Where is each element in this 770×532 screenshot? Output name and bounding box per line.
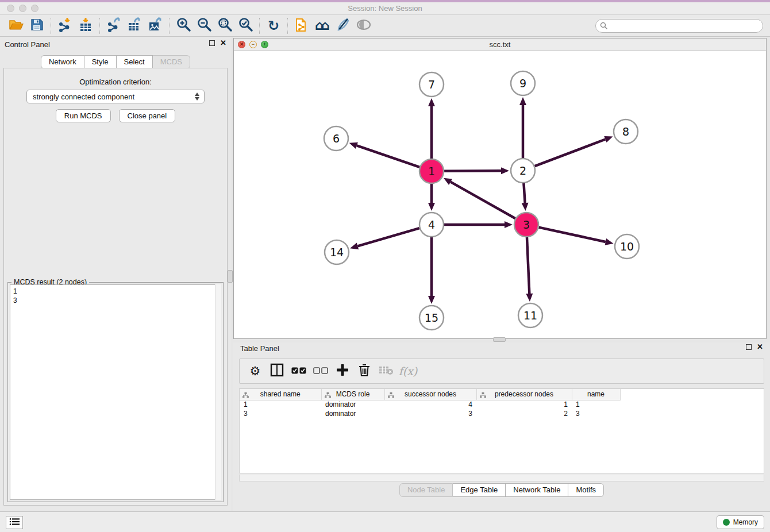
tab-node-table[interactable]: Node Table [399,483,453,497]
tab-select[interactable]: Select [117,55,153,69]
close-panel-icon[interactable]: ✕ [220,40,226,46]
cell-successor-nodes[interactable]: 4 [384,400,476,409]
search-input[interactable] [595,19,763,33]
delete-table-button[interactable] [376,361,396,381]
network-canvas-svg: 1234678910111415 [234,51,766,338]
table-horizontal-scrollbar[interactable] [239,475,764,481]
table-options-button[interactable]: ⚙ [245,361,265,381]
splitter-grip-vertical[interactable] [228,270,233,283]
graph-edge[interactable] [527,237,529,294]
graph-edge[interactable] [357,145,419,167]
column-header-shared-name[interactable]: shared name [240,389,321,400]
task-history-button[interactable] [6,516,23,529]
cell-shared-name[interactable]: 3 [240,409,321,418]
export-table-button[interactable] [124,17,145,35]
table-panel-header: Table Panel ✕ [240,344,763,354]
import-network-icon [57,17,72,34]
splitter-grip-horizontal[interactable] [493,337,506,342]
network-view-window: ✕ − + scc.txt 1234678910111415 [233,38,767,339]
graph-edge[interactable] [357,228,419,246]
graph-edge-arrowhead [428,98,435,106]
toolbar-separator [99,18,100,34]
column-header-name[interactable]: name [572,389,620,400]
tab-network-table[interactable]: Network Table [506,483,568,497]
cell-name[interactable]: 3 [572,409,620,418]
export-image-button[interactable] [145,17,165,35]
cell-successor-nodes[interactable]: 3 [384,409,476,418]
zoom-in-button[interactable] [173,17,194,35]
zoom-selected-button[interactable] [235,17,256,35]
main-toolbar: ↻ ⌂⌂ [0,15,770,37]
table-tabs: Node Table Edge Table Network Table Moti… [233,483,770,497]
mcds-result-text[interactable]: 1 3 [10,284,221,500]
save-session-button[interactable] [26,17,47,35]
search-field [595,19,763,33]
optimization-criterion-select[interactable]: strongly connected component [26,90,205,103]
network-window-titlebar[interactable]: ✕ − + scc.txt [234,38,766,51]
zoom-fit-button[interactable] [214,17,235,35]
titlebar: Session: New Session [0,2,770,15]
graph-node-label: 3 [523,218,530,231]
node-table[interactable]: shared name MCDS role successor nodes pr… [239,388,764,473]
graph-edge-arrowhead [505,221,513,228]
tab-mcds[interactable]: MCDS [153,55,190,69]
result-scrollbar[interactable] [215,284,221,500]
column-header-mcds-role[interactable]: MCDS role [321,389,384,400]
column-header-successor-nodes[interactable]: successor nodes [384,389,476,400]
mcds-tab-content: Optimization criterion: strongly connect… [3,68,228,506]
graph-node-label: 10 [620,240,634,253]
show-columns-button[interactable] [267,361,287,381]
memory-status-icon [723,519,730,526]
graph-edge-arrowhead [350,243,359,250]
tab-style[interactable]: Style [84,55,117,69]
select-all-icon [291,366,306,376]
network-canvas[interactable]: 1234678910111415 [234,51,766,338]
graph-edge[interactable] [538,228,605,242]
table-row[interactable]: 1 dominator 4 1 1 [240,400,628,409]
column-header-predecessor-nodes[interactable]: predecessor nodes [476,389,572,400]
table-row[interactable]: 3 dominator 3 2 3 [240,409,628,418]
tab-edge-table[interactable]: Edge Table [453,483,506,497]
function-builder-button[interactable]: f(x) [398,361,418,381]
cell-name[interactable]: 1 [572,400,620,409]
float-table-panel-icon[interactable] [746,344,752,350]
tab-motifs[interactable]: Motifs [568,483,604,497]
unselect-all-button[interactable] [311,361,330,381]
zoom-out-button[interactable] [194,17,214,35]
import-table-button[interactable] [75,17,96,35]
hide-show-button[interactable] [353,17,374,35]
double-house-icon: ⌂⌂ [315,19,330,32]
delete-column-button[interactable] [355,361,374,381]
float-panel-icon[interactable] [209,40,215,46]
export-network-button[interactable] [103,17,124,35]
graph-edge[interactable] [451,182,515,219]
graph-node-label: 14 [330,246,344,259]
style-button[interactable] [333,17,353,35]
style-brush-icon [336,17,351,34]
export-table-icon [127,17,142,34]
graph-edge[interactable] [523,183,525,203]
graph-edge[interactable] [535,139,606,166]
cell-predecessor-nodes[interactable]: 1 [476,400,572,409]
cell-shared-name[interactable]: 1 [240,400,321,409]
cell-mcds-role[interactable]: dominator [321,409,384,418]
cell-mcds-role[interactable]: dominator [321,400,384,409]
import-network-button[interactable] [55,17,75,35]
run-mcds-button[interactable]: Run MCDS [56,109,111,122]
graph-edge-arrowhead [522,203,529,211]
select-all-button[interactable] [289,361,309,381]
create-column-button[interactable] [333,361,352,381]
open-session-button[interactable] [6,17,26,35]
control-panel-title: Control Panel [5,40,50,49]
memory-button[interactable]: Memory [717,515,764,529]
graph-edge[interactable] [444,171,501,171]
tab-network[interactable]: Network [41,55,84,69]
new-network-from-selection-button[interactable] [291,17,312,35]
first-neighbors-button[interactable]: ⌂⌂ [312,17,333,35]
close-table-panel-icon[interactable]: ✕ [757,344,763,350]
cell-predecessor-nodes[interactable]: 2 [476,409,572,418]
apply-layout-button[interactable]: ↻ [263,17,284,35]
close-panel-button[interactable]: Close panel [119,109,176,122]
add-column-icon [336,364,349,379]
select-stepper-icon [195,92,199,101]
